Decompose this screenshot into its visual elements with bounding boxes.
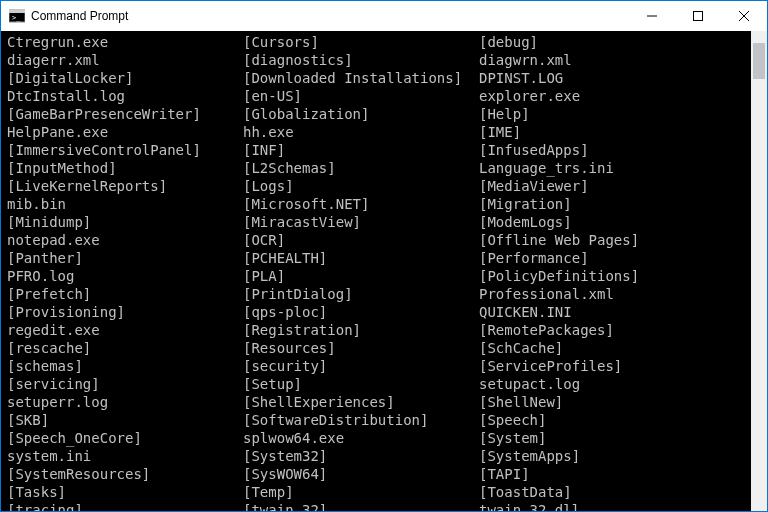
list-item: [ServiceProfiles] xyxy=(479,357,751,375)
list-item: [en-US] xyxy=(243,87,479,105)
list-item: twain_32.dll xyxy=(479,501,751,511)
list-row: PFRO.log[PLA][PolicyDefinitions] xyxy=(7,267,751,285)
list-item: [Speech_OneCore] xyxy=(7,429,243,447)
list-item: [Offline Web Pages] xyxy=(479,231,751,249)
list-row: [servicing][Setup]setupact.log xyxy=(7,375,751,393)
list-item: [Migration] xyxy=(479,195,751,213)
list-item: [security] xyxy=(243,357,479,375)
list-item: Language_trs.ini xyxy=(479,159,751,177)
list-item: [IME] xyxy=(479,123,751,141)
list-row: [tracing][twain_32]twain_32.dll xyxy=(7,501,751,511)
list-item: setuperr.log xyxy=(7,393,243,411)
list-item: [MiracastView] xyxy=(243,213,479,231)
list-item: [Temp] xyxy=(243,483,479,501)
list-item: [PolicyDefinitions] xyxy=(479,267,751,285)
list-row: [SystemResources][SysWOW64][TAPI] xyxy=(7,465,751,483)
list-item: [Downloaded Installations] xyxy=(243,69,479,87)
list-item: PFRO.log xyxy=(7,267,243,285)
list-item: [twain_32] xyxy=(243,501,479,511)
list-row: [schemas][security][ServiceProfiles] xyxy=(7,357,751,375)
list-item: [OCR] xyxy=(243,231,479,249)
list-item: notepad.exe xyxy=(7,231,243,249)
list-row: [InputMethod][L2Schemas]Language_trs.ini xyxy=(7,159,751,177)
list-row: [Provisioning][qps-ploc]QUICKEN.INI xyxy=(7,303,751,321)
list-row: Ctregrun.exe[Cursors][debug] xyxy=(7,33,751,51)
list-item: [rescache] xyxy=(7,339,243,357)
list-item: system.ini xyxy=(7,447,243,465)
list-item: [SKB] xyxy=(7,411,243,429)
list-item: [ModemLogs] xyxy=(479,213,751,231)
scroll-thumb[interactable] xyxy=(753,43,765,79)
list-item: [ShellExperiences] xyxy=(243,393,479,411)
list-item: [PCHEALTH] xyxy=(243,249,479,267)
vertical-scrollbar[interactable] xyxy=(751,31,767,511)
window-title: Command Prompt xyxy=(31,9,629,23)
list-row: setuperr.log[ShellExperiences][ShellNew] xyxy=(7,393,751,411)
list-row: mib.bin[Microsoft.NET][Migration] xyxy=(7,195,751,213)
list-row: system.ini[System32][SystemApps] xyxy=(7,447,751,465)
list-item: [DigitalLocker] xyxy=(7,69,243,87)
list-item: [ShellNew] xyxy=(479,393,751,411)
list-item: [tracing] xyxy=(7,501,243,511)
list-item: [Speech] xyxy=(479,411,751,429)
minimize-button[interactable] xyxy=(629,1,675,31)
list-item: [qps-ploc] xyxy=(243,303,479,321)
list-item: [Prefetch] xyxy=(7,285,243,303)
list-item: diagwrn.xml xyxy=(479,51,751,69)
list-item: [LiveKernelReports] xyxy=(7,177,243,195)
list-item: [ImmersiveControlPanel] xyxy=(7,141,243,159)
list-row: notepad.exe[OCR][Offline Web Pages] xyxy=(7,231,751,249)
list-item: DPINST.LOG xyxy=(479,69,751,87)
list-item: [MediaViewer] xyxy=(479,177,751,195)
list-row: diagerr.xml[diagnostics]diagwrn.xml xyxy=(7,51,751,69)
maximize-button[interactable] xyxy=(675,1,721,31)
list-item: [Provisioning] xyxy=(7,303,243,321)
list-row: [Tasks][Temp][ToastData] xyxy=(7,483,751,501)
list-item: [SchCache] xyxy=(479,339,751,357)
list-item: splwow64.exe xyxy=(243,429,479,447)
list-item: [PrintDialog] xyxy=(243,285,479,303)
list-item: [Globalization] xyxy=(243,105,479,123)
list-item: HelpPane.exe xyxy=(7,123,243,141)
list-row: regedit.exe[Registration][RemotePackages… xyxy=(7,321,751,339)
list-item: [SystemResources] xyxy=(7,465,243,483)
list-item: [InputMethod] xyxy=(7,159,243,177)
list-row: [rescache][Resources][SchCache] xyxy=(7,339,751,357)
list-item: [SysWOW64] xyxy=(243,465,479,483)
list-item: [Resources] xyxy=(243,339,479,357)
list-item: [Minidump] xyxy=(7,213,243,231)
list-row: [ImmersiveControlPanel][INF][InfusedApps… xyxy=(7,141,751,159)
list-item: DtcInstall.log xyxy=(7,87,243,105)
svg-rect-4 xyxy=(694,12,703,21)
close-button[interactable] xyxy=(721,1,767,31)
titlebar[interactable]: >_ Command Prompt xyxy=(1,1,767,31)
list-item: [Logs] xyxy=(243,177,479,195)
list-item: [Tasks] xyxy=(7,483,243,501)
list-item: [Setup] xyxy=(243,375,479,393)
list-row: [SKB][SoftwareDistribution][Speech] xyxy=(7,411,751,429)
list-item: [Panther] xyxy=(7,249,243,267)
list-item: [INF] xyxy=(243,141,479,159)
list-item: QUICKEN.INI xyxy=(479,303,751,321)
list-item: [Registration] xyxy=(243,321,479,339)
terminal-output[interactable]: Ctregrun.exe[Cursors][debug]diagerr.xml[… xyxy=(1,31,751,511)
list-item: [debug] xyxy=(479,33,751,51)
list-item: hh.exe xyxy=(243,123,479,141)
list-item: [Cursors] xyxy=(243,33,479,51)
list-item: [SoftwareDistribution] xyxy=(243,411,479,429)
list-item: Professional.xml xyxy=(479,285,751,303)
list-row: [Speech_OneCore]splwow64.exe[System] xyxy=(7,429,751,447)
list-item: [SystemApps] xyxy=(479,447,751,465)
list-item: [Microsoft.NET] xyxy=(243,195,479,213)
list-item: [PLA] xyxy=(243,267,479,285)
list-item: [System32] xyxy=(243,447,479,465)
list-row: [Panther][PCHEALTH][Performance] xyxy=(7,249,751,267)
list-row: [GameBarPresenceWriter][Globalization][H… xyxy=(7,105,751,123)
list-item: [TAPI] xyxy=(479,465,751,483)
list-row: DtcInstall.log[en-US]explorer.exe xyxy=(7,87,751,105)
content-area: Ctregrun.exe[Cursors][debug]diagerr.xml[… xyxy=(1,31,767,511)
svg-text:>_: >_ xyxy=(12,14,21,22)
list-item: mib.bin xyxy=(7,195,243,213)
list-item: [schemas] xyxy=(7,357,243,375)
list-item: explorer.exe xyxy=(479,87,751,105)
